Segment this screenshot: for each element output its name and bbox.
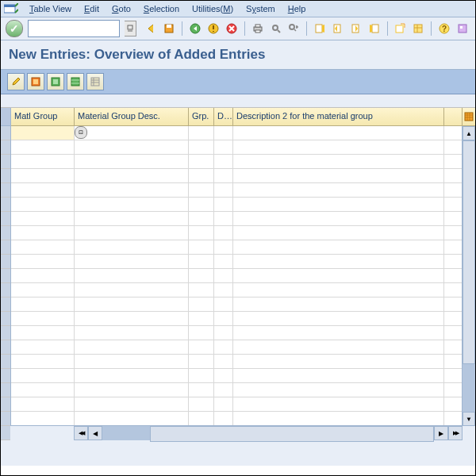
window-menu-icon[interactable] bbox=[4, 3, 18, 14]
table-cell[interactable] bbox=[75, 340, 189, 354]
row-selector[interactable] bbox=[1, 226, 10, 240]
table-cell[interactable] bbox=[11, 269, 75, 282]
table-cell[interactable] bbox=[214, 255, 233, 268]
table-cell[interactable] bbox=[75, 155, 189, 168]
table-cell[interactable] bbox=[233, 140, 444, 154]
table-cell[interactable] bbox=[11, 155, 75, 168]
row-selector[interactable] bbox=[1, 412, 10, 426]
table-cell[interactable] bbox=[11, 383, 75, 397]
table-cell[interactable] bbox=[233, 126, 444, 140]
table-cell[interactable] bbox=[11, 312, 75, 325]
table-cell[interactable] bbox=[189, 298, 214, 311]
last-page-icon[interactable] bbox=[367, 21, 382, 36]
config-icon[interactable] bbox=[86, 73, 104, 90]
menu-help[interactable]: Help bbox=[282, 2, 313, 15]
menu-selection[interactable]: Selection bbox=[137, 2, 186, 15]
table-cell[interactable] bbox=[75, 212, 189, 225]
table-cell[interactable] bbox=[233, 369, 444, 382]
table-cell[interactable] bbox=[214, 326, 233, 340]
table-cell[interactable] bbox=[11, 283, 75, 297]
table-cell[interactable] bbox=[233, 326, 444, 340]
table-cell[interactable] bbox=[75, 226, 189, 240]
table-cell[interactable] bbox=[75, 240, 189, 254]
row-selector[interactable] bbox=[1, 383, 10, 397]
table-cell[interactable] bbox=[75, 140, 189, 154]
scroll-first-icon[interactable]: ◀◀ bbox=[74, 426, 88, 440]
table-cell[interactable] bbox=[189, 355, 214, 368]
table-cell[interactable] bbox=[214, 169, 233, 182]
row-selector[interactable] bbox=[1, 269, 10, 283]
table-cell[interactable] bbox=[189, 269, 214, 282]
create-session-icon[interactable] bbox=[393, 21, 409, 36]
select-all-icon[interactable] bbox=[27, 73, 44, 90]
column-header[interactable]: Matl Group bbox=[11, 108, 75, 125]
row-selector[interactable] bbox=[1, 326, 10, 340]
row-selector[interactable] bbox=[1, 155, 10, 169]
column-header[interactable]: Grp. bbox=[189, 108, 214, 125]
menu-edit[interactable]: Edit bbox=[78, 2, 106, 15]
menu-system[interactable]: System bbox=[240, 2, 282, 15]
column-header[interactable]: Description 2 for the material group bbox=[233, 108, 444, 125]
table-cell[interactable] bbox=[233, 169, 444, 182]
cancel-icon[interactable] bbox=[224, 21, 240, 36]
row-selector[interactable] bbox=[1, 369, 10, 383]
column-header[interactable]: D... bbox=[214, 108, 233, 125]
command-dropdown[interactable] bbox=[125, 21, 136, 36]
row-selector[interactable] bbox=[1, 212, 10, 226]
table-cell[interactable] bbox=[233, 298, 444, 311]
select-all-rows[interactable] bbox=[1, 108, 10, 126]
table-cell[interactable]: ⊡ bbox=[75, 126, 189, 140]
row-selector[interactable] bbox=[1, 198, 10, 212]
table-cell[interactable] bbox=[75, 283, 189, 297]
help-icon[interactable]: ? bbox=[436, 21, 452, 36]
scroll-last-icon[interactable]: ▶▶ bbox=[448, 426, 463, 440]
table-cell[interactable] bbox=[233, 198, 444, 211]
table-cell[interactable] bbox=[75, 412, 189, 425]
table-cell[interactable] bbox=[11, 298, 75, 311]
table-cell[interactable] bbox=[189, 326, 214, 340]
table-cell[interactable] bbox=[11, 198, 75, 211]
table-cell[interactable] bbox=[214, 383, 233, 397]
table-cell[interactable] bbox=[11, 169, 75, 182]
table-cell[interactable] bbox=[11, 255, 75, 268]
command-field[interactable] bbox=[28, 20, 120, 37]
table-cell[interactable] bbox=[189, 198, 214, 211]
table-cell[interactable] bbox=[75, 169, 189, 182]
row-selector[interactable] bbox=[1, 126, 10, 140]
table-cell[interactable] bbox=[233, 183, 444, 197]
table-cell[interactable] bbox=[11, 140, 75, 154]
table-cell[interactable] bbox=[214, 240, 233, 254]
table-cell[interactable] bbox=[214, 369, 233, 382]
table-cell[interactable] bbox=[233, 212, 444, 225]
save-icon[interactable] bbox=[162, 21, 178, 36]
table-cell[interactable] bbox=[233, 340, 444, 354]
table-cell[interactable] bbox=[214, 283, 233, 297]
table-cell[interactable] bbox=[75, 298, 189, 311]
column-header[interactable]: Material Group Desc. bbox=[75, 108, 189, 125]
table-settings-icon[interactable] bbox=[462, 108, 475, 126]
table-cell[interactable] bbox=[75, 183, 189, 197]
row-selector[interactable] bbox=[1, 355, 10, 369]
table-cell[interactable] bbox=[214, 397, 233, 411]
table-cell[interactable] bbox=[233, 312, 444, 325]
table-cell[interactable] bbox=[233, 269, 444, 282]
table-cell[interactable] bbox=[189, 226, 214, 240]
table-cell[interactable] bbox=[11, 326, 75, 340]
row-selector[interactable] bbox=[1, 240, 10, 255]
row-selector[interactable] bbox=[1, 183, 10, 198]
table-cell[interactable] bbox=[214, 298, 233, 311]
row-selector[interactable] bbox=[1, 169, 10, 183]
table-cell[interactable] bbox=[75, 255, 189, 268]
table-cell[interactable] bbox=[214, 126, 233, 140]
table-cell[interactable] bbox=[233, 283, 444, 297]
row-selector[interactable] bbox=[1, 340, 10, 355]
table-cell[interactable] bbox=[189, 240, 214, 254]
table-cell[interactable] bbox=[11, 340, 75, 354]
table-cell[interactable] bbox=[189, 212, 214, 225]
table-cell[interactable] bbox=[214, 212, 233, 225]
find-next-icon[interactable] bbox=[286, 21, 301, 36]
first-page-icon[interactable] bbox=[312, 21, 328, 36]
table-cell[interactable] bbox=[214, 183, 233, 197]
row-selector[interactable] bbox=[1, 140, 10, 155]
prev-page-icon[interactable] bbox=[330, 21, 346, 36]
